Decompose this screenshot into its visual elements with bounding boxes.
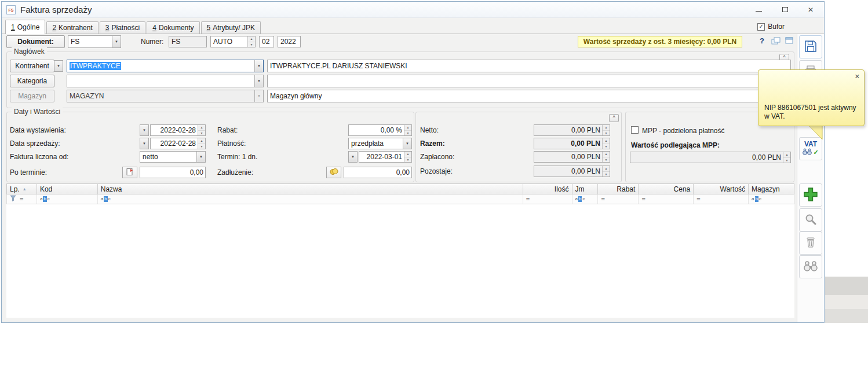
dropdown-arrow-icon[interactable]: ▼ — [254, 60, 263, 72]
filter-cell-nazwa[interactable]: abc — [98, 194, 523, 204]
mpp-value-field: 0,00 PLN ▲▼ — [630, 152, 791, 163]
filter-cell-magazyn[interactable]: abc — [749, 194, 794, 204]
tab-dokumenty[interactable]: 4Dokumenty — [147, 21, 199, 34]
dropdown-arrow-icon[interactable]: ▼ — [254, 75, 263, 87]
col-header-magazyn[interactable]: Magazyn — [749, 184, 794, 194]
dropdown-arrow-icon[interactable]: ▼ — [112, 36, 121, 47]
po-terminie-field[interactable]: 0,00 — [140, 167, 206, 178]
maximize-button[interactable] — [773, 2, 797, 17]
termin-field[interactable]: 2022-03-01 ▲▼ — [359, 151, 412, 163]
edit-item-button[interactable] — [799, 208, 822, 231]
col-header-rabat[interactable]: Rabat — [598, 184, 639, 194]
kontrahent-code-combo[interactable]: ITWPRAKTYCE ▼ — [67, 60, 264, 72]
cascade-windows-icon[interactable] — [771, 37, 781, 47]
filter-cell-lp[interactable]: = — [7, 194, 37, 204]
data-sprzedazy-calendar-dropdown[interactable]: ▼ — [140, 138, 149, 149]
numer-auto-spinner[interactable]: ▲▼ — [247, 36, 255, 47]
po-terminie-value: 0,00 — [143, 168, 205, 177]
po-terminie-button[interactable] — [122, 167, 137, 178]
kontrahent-button[interactable]: Kontrahent — [10, 60, 54, 72]
kategoria-code-combo[interactable]: ▼ — [67, 75, 264, 87]
totals-collapse-button[interactable]: ^ — [609, 114, 619, 122]
numer-month-field[interactable]: 02 — [259, 36, 274, 47]
dropdown-arrow-icon: ▼ — [143, 128, 146, 132]
termin-calendar-dropdown[interactable]: ▼ — [348, 151, 358, 163]
col-header-nazwa[interactable]: Nazwa — [98, 184, 523, 194]
tab-mnemonic: 5 — [207, 24, 211, 32]
bufor-checkbox[interactable]: ✓ — [757, 23, 765, 31]
green-check-icon: ✓ — [813, 149, 818, 156]
filter-cell-rabat[interactable]: = — [598, 194, 639, 204]
filter-cell-kod[interactable]: abc — [37, 194, 98, 204]
date-spinner[interactable]: ▲▼ — [404, 152, 411, 162]
faktura-liczona-value: netto — [143, 153, 196, 161]
col-header-kod[interactable]: Kod — [37, 184, 98, 194]
date-spinner[interactable]: ▲▼ — [198, 125, 205, 135]
col-header-jm[interactable]: Jm — [572, 184, 599, 194]
dropdown-arrow-icon[interactable]: ▼ — [403, 138, 411, 149]
zadluzenie-field[interactable]: 0,00 — [344, 167, 412, 178]
magazyn-name-field[interactable]: Magazyn główny — [267, 90, 791, 102]
data-wystawienia-label: Data wystawienia: — [10, 126, 66, 134]
col-header-ilosc[interactable]: Ilość — [523, 184, 572, 194]
tab-strip: 1Ogólne 2Kontrahent 3Płatności 4Dokument… — [2, 19, 824, 34]
rabat-field[interactable]: 0,00 % ▲▼ — [348, 124, 412, 136]
kontrahent-name-field[interactable]: ITWPRAKTYCE.PL DARIUSZ STANIEWSKI — [267, 60, 791, 72]
filter-cell-jm[interactable]: abc — [572, 194, 599, 204]
help-icon[interactable]: ? — [760, 36, 764, 45]
find-button[interactable] — [799, 255, 822, 278]
kategoria-name-field[interactable] — [267, 75, 791, 87]
add-item-button[interactable] — [799, 183, 822, 207]
data-sprzedazy-value: 2022-02-28 — [153, 139, 198, 148]
filter-cell-cena[interactable]: = — [639, 194, 694, 204]
data-sprzedazy-field[interactable]: 2022-02-28 ▲▼ — [150, 138, 206, 149]
dokument-type-combo[interactable]: FS ▼ — [68, 35, 121, 48]
zaplacono-label: Zapłacono: — [420, 153, 454, 161]
tab-ogolne[interactable]: 1Ogólne — [5, 20, 45, 34]
grid-empty-area[interactable] — [6, 204, 794, 318]
coins-icon — [330, 168, 338, 177]
numer-year-field[interactable]: 2022 — [278, 36, 301, 47]
data-wystawienia-calendar-dropdown[interactable]: ▼ — [140, 124, 149, 136]
dock-window-icon[interactable] — [785, 37, 794, 46]
faktura-liczona-label: Faktura liczona od: — [10, 153, 68, 161]
tab-atrybuty-jpk[interactable]: 5Atrybuty/ JPK — [201, 21, 261, 34]
spin-down-icon: ▼ — [198, 131, 205, 136]
data-wystawienia-field[interactable]: 2022-02-28 ▲▼ — [150, 124, 206, 136]
numer-auto-field[interactable]: AUTO ▲▼ — [210, 36, 256, 47]
kontrahent-type-dropdown[interactable]: ▼ — [54, 60, 63, 72]
tooltip-close-icon[interactable]: ✕ — [855, 73, 860, 80]
naglowek-legend: Nagłówek — [12, 47, 47, 56]
faktura-liczona-combo[interactable]: netto ▼ — [140, 151, 206, 163]
rabat-spinner[interactable]: ▲▼ — [404, 125, 411, 135]
col-header-wartosc[interactable]: Wartość — [694, 184, 749, 194]
numer-scheme-field[interactable]: FS — [169, 36, 207, 47]
tab-mnemonic: 3 — [105, 24, 110, 32]
date-spinner[interactable]: ▲▼ — [198, 138, 205, 149]
platnosc-combo[interactable]: przedpłata ▼ — [348, 138, 412, 149]
col-header-lp[interactable]: Lp.▲ — [7, 184, 37, 194]
kategoria-button[interactable]: Kategoria — [10, 75, 54, 87]
filter-cell-ilosc[interactable]: = — [523, 194, 572, 204]
spin-up-icon: ▲ — [198, 125, 205, 131]
platnosc-label: Płatność: — [217, 139, 246, 148]
col-header-cena[interactable]: Cena — [639, 184, 694, 194]
close-button[interactable]: ✕ — [798, 2, 823, 17]
dokument-button[interactable]: Dokument: — [6, 35, 65, 48]
kontrahent-button-label: Kontrahent — [15, 62, 49, 70]
minimize-button[interactable] — [746, 2, 771, 17]
rabat-value: 0,00 % — [351, 126, 404, 134]
window-title: Faktura sprzedaży — [20, 5, 92, 14]
mpp-checkbox[interactable] — [631, 126, 639, 134]
filter-cell-wartosc[interactable]: = — [694, 194, 749, 204]
equals-filter-icon: = — [696, 196, 700, 203]
dropdown-arrow-icon[interactable]: ▼ — [196, 152, 205, 162]
save-button[interactable] — [799, 35, 822, 58]
spin-up-icon: ▲ — [404, 152, 411, 157]
delete-item-button[interactable] — [799, 231, 822, 255]
tab-kontrahent[interactable]: 2Kontrahent — [46, 21, 98, 34]
spinner: ▲▼ — [602, 152, 610, 162]
zadluzenie-button[interactable] — [326, 167, 341, 178]
spin-down-icon: ▼ — [198, 144, 205, 149]
tab-platnosci[interactable]: 3Płatności — [100, 21, 145, 34]
